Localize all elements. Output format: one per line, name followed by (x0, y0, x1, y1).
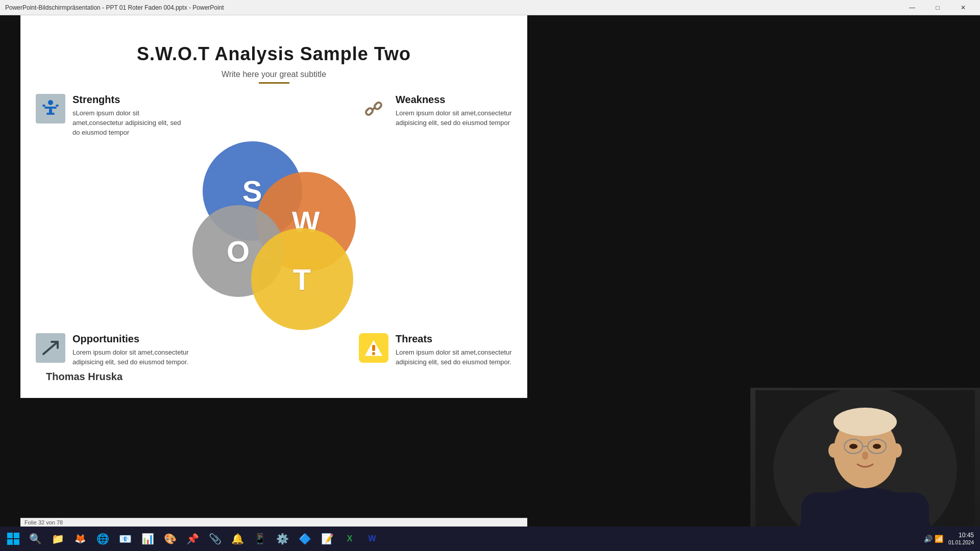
strengths-icon (36, 94, 65, 123)
black-bar-left (0, 15, 20, 398)
svg-point-16 (372, 352, 375, 355)
close-button[interactable]: ✕ (951, 0, 975, 15)
svg-rect-7 (52, 113, 55, 115)
svg-rect-32 (7, 533, 13, 538)
slide-subtitle: Write here your great subtitle (222, 70, 326, 79)
taskbar-app3[interactable]: 📌 (182, 528, 203, 549)
titlebar-title: PowerPoint-Bildschirmpräsentation - PPT … (5, 4, 224, 11)
weakness-body: Lorem ipsum dolor sit amet,consectetur a… (396, 109, 512, 128)
start-button[interactable] (2, 528, 24, 550)
taskbar-firefox[interactable]: 🦊 (69, 528, 91, 549)
circle-s-label: S (242, 174, 262, 208)
venn-diagram: S W O T (177, 141, 371, 340)
svg-point-26 (862, 452, 868, 460)
taskbar-right: 🔊 📶 10:45 01.01.2024 (924, 531, 978, 547)
taskbar[interactable]: 🔍 📁 🦊 🌐 📧 📊 🎨 📌 📎 🔔 📱 ⚙️ 🔷 📝 X W 🔊 📶 10:… (0, 527, 980, 551)
opportunities-heading: Opportunities (72, 333, 189, 345)
titlebar: PowerPoint-Bildschirmpräsentation - PPT … (0, 0, 980, 15)
svg-rect-34 (7, 539, 13, 545)
taskbar-chrome[interactable]: 🌐 (92, 528, 113, 549)
strengths-heading: Strenghts (72, 94, 189, 106)
windows-logo (7, 533, 19, 545)
svg-rect-4 (56, 105, 59, 107)
taskbar-app6[interactable]: 📱 (249, 528, 271, 549)
taskbar-system-icons: 🔊 📶 (924, 535, 943, 543)
opportunities-panel: Opportunities Lorem ipsum dolor sit amet… (36, 333, 189, 367)
svg-point-24 (849, 444, 857, 449)
weakness-heading: Weakness (396, 94, 512, 106)
circle-t: T (251, 228, 353, 330)
swot-layout: Strenghts sLorem ipsum dolor sit amet,co… (20, 84, 527, 398)
svg-rect-35 (14, 539, 19, 545)
strengths-body: sLorem ipsum dolor sit amet,consectetur … (72, 109, 189, 138)
threats-text: Threats Lorem ipsum dolor sit amet,conse… (396, 333, 512, 367)
taskbar-app4[interactable]: 📎 (204, 528, 226, 549)
taskbar-word[interactable]: W (361, 528, 383, 549)
taskbar-mail[interactable]: 📧 (114, 528, 136, 549)
taskbar-clock: 10:45 01.01.2024 (948, 531, 974, 547)
taskbar-icons[interactable]: 🔍 📁 🦊 🌐 📧 📊 🎨 📌 📎 🔔 📱 ⚙️ 🔷 📝 X W (24, 528, 383, 549)
svg-rect-15 (372, 345, 375, 351)
svg-point-25 (873, 444, 881, 449)
svg-rect-8 (365, 107, 374, 116)
weakness-icon (359, 94, 388, 123)
svg-point-1 (48, 100, 53, 105)
taskbar-excel[interactable]: X (339, 528, 360, 549)
weakness-panel: Weakness Lorem ipsum dolor sit amet,cons… (359, 94, 512, 128)
svg-rect-9 (374, 102, 382, 110)
opportunities-body: Lorem ipsum dolor sit amet,consectetur a… (72, 348, 189, 367)
maximize-button[interactable]: □ (926, 0, 949, 15)
taskbar-app5[interactable]: 🔔 (227, 528, 248, 549)
weakness-svg-icon (361, 96, 386, 121)
svg-rect-3 (42, 105, 45, 107)
taskbar-search[interactable]: 🔍 (24, 528, 46, 549)
taskbar-app9[interactable]: 📝 (316, 528, 338, 549)
presenter-name: Thomas Hruska (46, 371, 122, 383)
svg-point-28 (892, 443, 902, 458)
opportunities-text: Opportunities Lorem ipsum dolor sit amet… (72, 333, 189, 367)
slide-container: S.W.O.T Analysis Sample Two Write here y… (20, 15, 527, 398)
opportunities-svg-icon (39, 337, 62, 359)
weakness-text: Weakness Lorem ipsum dolor sit amet,cons… (396, 94, 512, 128)
threats-panel: Threats Lorem ipsum dolor sit amet,conse… (359, 333, 512, 367)
svg-rect-6 (46, 113, 50, 115)
taskbar-app8[interactable]: 🔷 (294, 528, 315, 549)
svg-rect-33 (14, 533, 19, 538)
svg-rect-2 (44, 107, 57, 109)
person-figure (755, 390, 975, 548)
black-bar-right (527, 15, 980, 398)
threats-body: Lorem ipsum dolor sit amet,consectetur a… (396, 348, 512, 367)
threats-heading: Threats (396, 333, 512, 345)
strengths-panel: Strenghts sLorem ipsum dolor sit amet,co… (36, 94, 189, 138)
taskbar-file-explorer[interactable]: 📁 (47, 528, 68, 549)
minimize-button[interactable]: — (900, 0, 924, 15)
taskbar-app7[interactable]: ⚙️ (272, 528, 293, 549)
slide-info: Folie 32 von 78 (24, 519, 63, 525)
circle-t-label: T (293, 262, 311, 296)
taskbar-app2[interactable]: 🎨 (159, 528, 181, 549)
circle-o-label: O (227, 234, 250, 268)
opportunities-icon (36, 333, 65, 363)
strengths-svg-icon (39, 97, 62, 120)
strengths-text: Strenghts sLorem ipsum dolor sit amet,co… (72, 94, 189, 138)
titlebar-controls[interactable]: — □ ✕ (900, 0, 975, 15)
slide-title: S.W.O.T Analysis Sample Two (137, 43, 411, 65)
status-bar: Folie 32 von 78 (20, 518, 527, 527)
taskbar-app1[interactable]: 📊 (137, 528, 158, 549)
svg-point-27 (828, 443, 839, 458)
svg-point-23 (834, 408, 897, 436)
